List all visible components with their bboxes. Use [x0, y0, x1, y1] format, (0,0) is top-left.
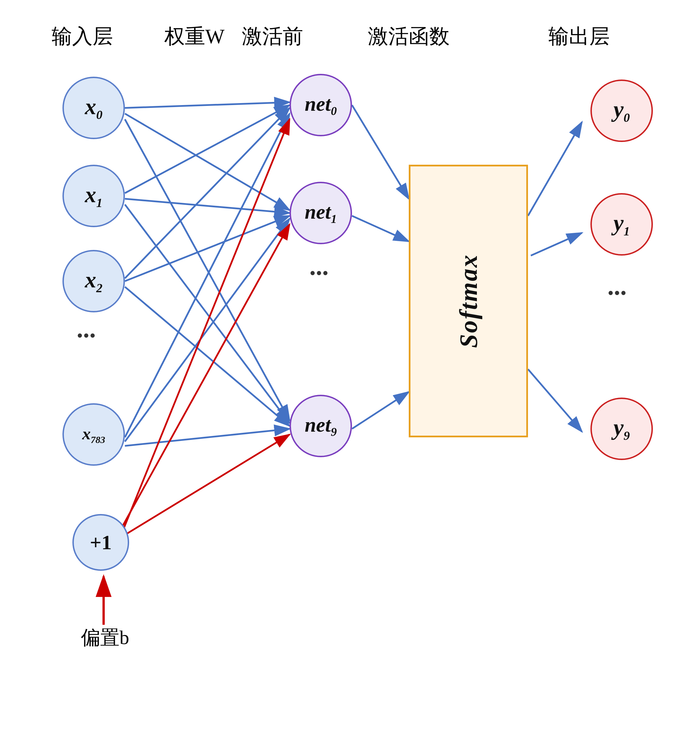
svg-line-12 [125, 219, 290, 442]
input-layer-label: 输入层 [43, 23, 122, 50]
bias-node: +1 [72, 514, 129, 571]
input-node-x2: x2 [63, 250, 125, 312]
output-node-y0: y0 [590, 80, 653, 142]
svg-line-7 [125, 204, 290, 423]
hidden-node-net9: net9 [290, 395, 352, 457]
svg-line-21 [528, 122, 582, 216]
softmax-label: Softmax [454, 254, 483, 348]
svg-line-10 [125, 287, 290, 426]
svg-line-2 [125, 102, 290, 108]
svg-line-6 [125, 199, 290, 213]
input-node-x783: x783 [63, 403, 125, 466]
svg-line-23 [528, 369, 582, 432]
output-layer-label: 输出层 [539, 23, 619, 50]
svg-line-22 [531, 233, 582, 255]
pre-activation-label: 激活前 [233, 23, 312, 50]
svg-line-4 [125, 119, 290, 420]
svg-line-5 [125, 105, 290, 193]
hidden-node-net0: net0 [290, 74, 352, 136]
neural-network-diagram: 输入层 权重W 激活前 激活函数 输出层 [0, 0, 700, 750]
svg-line-11 [125, 114, 290, 437]
svg-line-3 [125, 114, 290, 210]
hidden-dots: ··· [309, 258, 329, 288]
svg-line-17 [108, 435, 290, 545]
svg-line-13 [125, 429, 290, 446]
hidden-node-net1: net1 [290, 182, 352, 244]
svg-line-19 [352, 216, 409, 241]
svg-line-18 [352, 105, 409, 199]
output-dots: ··· [608, 278, 627, 307]
activation-func-label: 激活函数 [363, 23, 454, 50]
svg-line-20 [352, 392, 409, 429]
output-node-y9: y9 [590, 398, 653, 460]
output-node-y1: y1 [590, 193, 653, 255]
softmax-box: Softmax [409, 165, 528, 437]
weight-label: 权重W [159, 23, 230, 50]
svg-line-15 [119, 119, 290, 539]
input-node-x1: x1 [63, 165, 125, 227]
svg-line-8 [125, 108, 290, 278]
bias-label: 偏置b [68, 625, 142, 651]
input-dots: ··· [77, 321, 96, 350]
svg-line-9 [125, 216, 290, 281]
svg-line-16 [114, 224, 290, 543]
input-node-x0: x0 [63, 77, 125, 139]
